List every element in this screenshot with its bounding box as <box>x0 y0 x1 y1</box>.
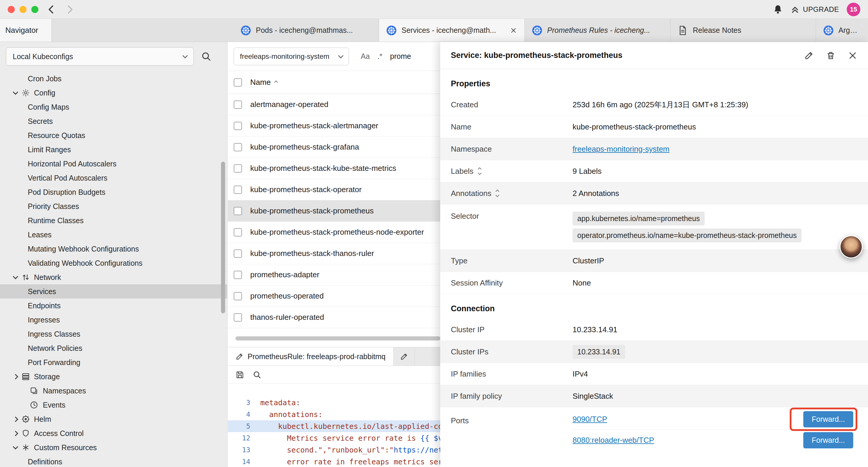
sort-ascending-icon <box>274 80 278 84</box>
horizontal-scrollbar-thumb[interactable] <box>236 337 440 341</box>
sidebar-item-ingresses[interactable]: Ingresses <box>0 313 227 327</box>
sidebar-scrollbar-thumb[interactable] <box>221 162 225 313</box>
sidebar-item-endpoints[interactable]: Endpoints <box>0 298 227 313</box>
detail-row-namespace: Namespace freeleaps-monitoring-system <box>440 138 868 160</box>
tab-bar: Navigator Pods - icecheng@mathmas... Ser… <box>0 19 868 42</box>
search-icon[interactable] <box>253 370 261 379</box>
match-case-toggle[interactable]: Aa <box>361 52 370 61</box>
row-checkbox[interactable] <box>234 164 242 173</box>
row-checkbox[interactable] <box>234 185 242 194</box>
kubernetes-icon <box>386 25 397 36</box>
editor-tab-partial[interactable] <box>394 347 415 366</box>
tab-argo[interactable]: Argo Se <box>816 19 867 42</box>
port-row: 9090/TCP Forward... <box>572 409 857 430</box>
select-all-checkbox[interactable] <box>234 78 242 87</box>
row-checkbox[interactable] <box>234 271 242 279</box>
tab-label: Release Notes <box>693 26 741 35</box>
close-tab-icon[interactable] <box>509 27 517 34</box>
column-header-name[interactable]: Name <box>250 78 277 87</box>
sidebar-item-resource-quotas[interactable]: Resource Quotas <box>0 128 227 143</box>
minimize-window-button[interactable] <box>20 6 27 13</box>
sidebar-item-namespaces[interactable]: Namespaces <box>0 384 227 398</box>
tab-services[interactable]: Services - icecheng@math... <box>379 19 525 42</box>
sidebar-item-horizontal-pod-autoscalers[interactable]: Horizontal Pod Autoscalers <box>0 157 227 171</box>
assistant-avatar[interactable] <box>840 235 863 258</box>
row-checkbox[interactable] <box>234 100 242 109</box>
asterisk-icon <box>21 443 30 452</box>
sidebar-item-vertical-pod-autoscalers[interactable]: Vertical Pod Autoscalers <box>0 171 227 185</box>
sidebar-item-priority-classes[interactable]: Priority Classes <box>0 199 227 213</box>
row-checkbox[interactable] <box>234 122 242 130</box>
port-link-8080-reloader-web[interactable]: 8080:reloader-web/TCP <box>572 436 654 445</box>
notification-count-badge[interactable]: 15 <box>847 3 860 16</box>
port-link-9090[interactable]: 9090/TCP <box>572 415 607 424</box>
row-checkbox[interactable] <box>234 207 242 215</box>
back-icon[interactable] <box>46 4 57 15</box>
sidebar-item-helm[interactable]: Helm <box>0 412 227 426</box>
sidebar-item-custom-resources[interactable]: Custom Resources <box>0 440 227 455</box>
detail-row-cluster-ips: Cluster IPs 10.233.14.91 <box>440 341 868 363</box>
sidebar-item-events[interactable]: Events <box>0 398 227 412</box>
close-icon[interactable] <box>848 51 857 60</box>
detail-row-name: Name kube-prometheus-stack-prometheus <box>440 116 868 138</box>
traffic-lights <box>8 6 38 13</box>
sidebar-item-port-forwarding[interactable]: Port Forwarding <box>0 355 227 370</box>
zoom-window-button[interactable] <box>31 6 38 13</box>
row-checkbox[interactable] <box>234 250 242 258</box>
delete-trash-icon[interactable] <box>826 51 836 60</box>
forward-button[interactable]: Forward... <box>803 432 853 448</box>
detail-row-cluster-ip: Cluster IP 10.233.14.91 <box>440 319 868 341</box>
row-checkbox[interactable] <box>234 292 242 300</box>
sidebar-item-limit-ranges[interactable]: Limit Ranges <box>0 143 227 157</box>
forward-icon[interactable] <box>64 4 75 15</box>
search-input[interactable]: Aa .* prome <box>361 52 411 61</box>
chevron-down-icon <box>13 89 18 95</box>
sidebar-item-ingress-classes[interactable]: Ingress Classes <box>0 327 227 341</box>
chevron-right-icon <box>13 431 18 436</box>
forward-button[interactable]: Forward... <box>803 411 853 428</box>
sidebar-item-cron-jobs[interactable]: Cron Jobs <box>0 71 227 86</box>
tab-release-notes[interactable]: Release Notes <box>670 19 816 42</box>
sidebar-item-mutating-webhook-configurations[interactable]: Mutating Webhook Configurations <box>0 242 227 256</box>
row-checkbox[interactable] <box>234 143 242 151</box>
sidebar-item-services[interactable]: Services <box>0 284 227 298</box>
regex-toggle[interactable]: .* <box>378 52 382 61</box>
expand-toggle-icon[interactable] <box>496 190 499 197</box>
namespace-filter-dropdown[interactable]: freeleaps-monitoring-system <box>234 48 349 65</box>
sidebar-item-access-control[interactable]: Access Control <box>0 426 227 440</box>
notifications-bell-icon[interactable] <box>773 4 783 14</box>
cluster-ip-badge: 10.233.14.91 <box>572 345 625 359</box>
row-checkbox[interactable] <box>234 313 242 322</box>
sidebar-item-storage[interactable]: Storage <box>0 370 227 384</box>
chevron-down-icon <box>338 53 343 58</box>
expand-toggle-icon[interactable] <box>478 168 481 174</box>
save-icon[interactable] <box>236 370 244 379</box>
sidebar-item-config[interactable]: Config <box>0 86 227 100</box>
sidebar-item-network-policies[interactable]: Network Policies <box>0 341 227 355</box>
selector-badge: app.kubernetes.io/name=prometheus <box>572 212 705 226</box>
tab-pods[interactable]: Pods - icecheng@mathmas... <box>234 19 379 42</box>
sidebar-item-secrets[interactable]: Secrets <box>0 114 227 128</box>
detail-row-ip-family-policy: IP family policy SingleStack <box>440 385 868 407</box>
sidebar-item-config-maps[interactable]: Config Maps <box>0 100 227 114</box>
search-icon[interactable] <box>201 51 212 62</box>
sidebar-item-runtime-classes[interactable]: Runtime Classes <box>0 213 227 228</box>
drawer-header: Service: kube-prometheus-stack-prometheu… <box>440 42 868 69</box>
row-checkbox[interactable] <box>234 228 242 236</box>
sidebar-item-validating-webhook-configurations[interactable]: Validating Webhook Configurations <box>0 256 227 270</box>
edit-pencil-icon[interactable] <box>804 51 814 60</box>
tab-label: Argo Se <box>838 26 860 35</box>
upgrade-button[interactable]: UPGRADE <box>790 5 839 14</box>
editor-tab-prometheusrule[interactable]: PrometheusRule: freeleaps-prod-rabbitmq <box>228 347 394 366</box>
sidebar-item-definitions[interactable]: Definitions <box>0 455 227 467</box>
close-window-button[interactable] <box>8 6 15 13</box>
chevron-right-icon <box>13 374 18 379</box>
tab-prometheus-rules[interactable]: Prometheus Rules - icecheng... <box>525 19 670 42</box>
sidebar-item-pod-disruption-budgets[interactable]: Pod Disruption Budgets <box>0 185 227 199</box>
sidebar-item-network[interactable]: Network <box>0 270 227 284</box>
sidebar-item-leases[interactable]: Leases <box>0 228 227 242</box>
namespace-link[interactable]: freeleaps-monitoring-system <box>572 145 670 154</box>
port-row: 8080:reloader-web/TCP Forward... <box>572 430 857 450</box>
kubeconfig-selector[interactable]: Local Kubeconfigs <box>6 47 194 66</box>
drawer-title: Service: kube-prometheus-stack-prometheu… <box>451 51 622 60</box>
